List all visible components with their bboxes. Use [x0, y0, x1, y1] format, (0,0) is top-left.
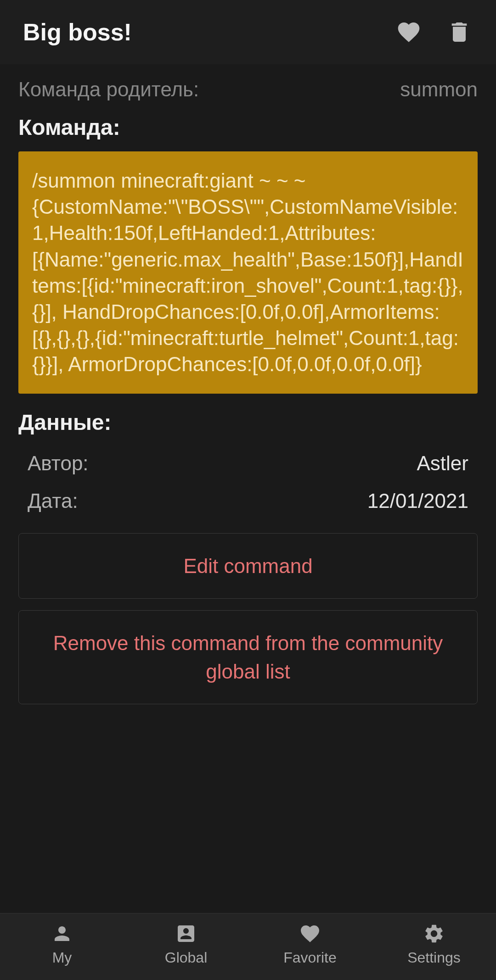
- header: Big boss!: [0, 0, 496, 64]
- remove-command-button[interactable]: Remove this command from the community g…: [18, 610, 478, 704]
- data-section-label: Данные:: [18, 410, 478, 435]
- nav-settings-label: Settings: [407, 949, 461, 966]
- favorite-button[interactable]: [395, 18, 423, 46]
- nav-settings[interactable]: Settings: [372, 923, 496, 966]
- edit-command-button[interactable]: Edit command: [18, 533, 478, 599]
- heart-icon: [299, 923, 321, 945]
- nav-global-label: Global: [165, 949, 208, 966]
- bottom-navigation: My Global Favorite Settings: [0, 913, 496, 980]
- date-value: 12/01/2021: [367, 490, 468, 512]
- trash-icon: [446, 19, 472, 45]
- nav-favorite-label: Favorite: [283, 949, 337, 966]
- parent-command-value: summon: [400, 78, 478, 101]
- author-label: Автор:: [28, 452, 89, 475]
- nav-my[interactable]: My: [0, 923, 124, 966]
- content: Команда родитель: summon Команда: /summo…: [0, 64, 496, 913]
- date-label: Дата:: [28, 490, 78, 512]
- parent-command-row: Команда родитель: summon: [18, 78, 478, 101]
- date-row: Дата: 12/01/2021: [18, 484, 478, 518]
- page-title: Big boss!: [23, 18, 395, 46]
- header-actions: [395, 18, 473, 46]
- nav-global[interactable]: Global: [124, 923, 248, 966]
- nav-favorite[interactable]: Favorite: [248, 923, 372, 966]
- command-section-label: Команда:: [18, 115, 478, 140]
- command-text-box[interactable]: /summon minecraft:giant ~ ~ ~ {CustomNam…: [18, 151, 478, 394]
- author-row: Автор: Astler: [18, 446, 478, 480]
- parent-command-label: Команда родитель:: [18, 78, 199, 101]
- author-value: Astler: [417, 452, 468, 475]
- nav-my-label: My: [52, 949, 72, 966]
- account-box-icon: [175, 923, 197, 945]
- person-icon: [51, 923, 73, 945]
- heart-icon: [396, 19, 422, 45]
- gear-icon: [423, 923, 445, 945]
- delete-button[interactable]: [445, 18, 473, 46]
